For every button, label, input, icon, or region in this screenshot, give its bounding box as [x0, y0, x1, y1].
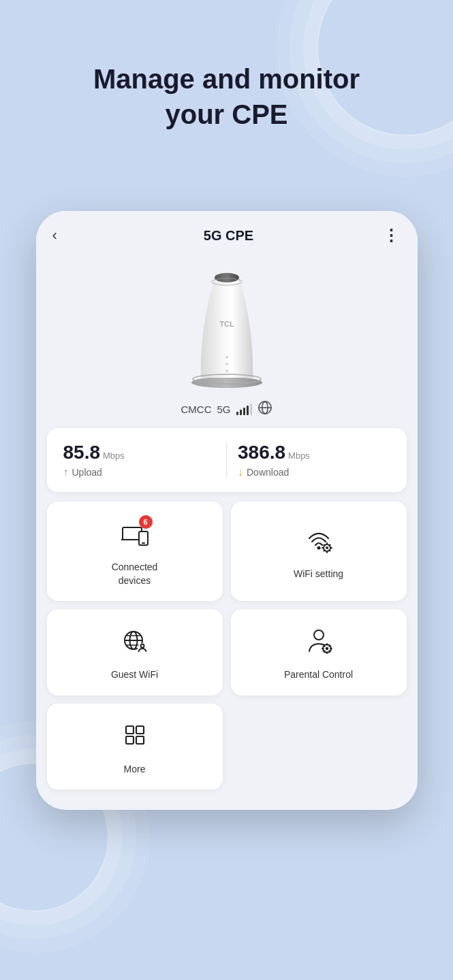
- svg-point-6: [225, 370, 228, 372]
- network-type-label: 5G: [217, 404, 230, 415]
- phone-container: ‹ 5G CPE ⋮: [36, 211, 418, 810]
- download-arrow-icon: ↓: [238, 466, 243, 478]
- svg-point-35: [314, 630, 324, 640]
- download-unit: Mbps: [288, 451, 310, 461]
- parental-control-label: Parental Control: [284, 668, 353, 682]
- wifi-setting-tile[interactable]: WiFi setting: [231, 502, 407, 601]
- upload-label: Upload: [72, 467, 102, 478]
- svg-line-44: [329, 651, 330, 651]
- wifi-setting-icon: [304, 525, 334, 561]
- connected-devices-badge: 6: [139, 515, 153, 529]
- svg-rect-50: [136, 736, 144, 744]
- parental-control-icon: [304, 625, 334, 662]
- svg-point-1: [215, 273, 239, 282]
- upload-speed: 85.8 Mbps ↑ Upload: [63, 442, 216, 478]
- svg-line-45: [329, 646, 330, 647]
- guest-wifi-tile[interactable]: Guest WiFi: [47, 609, 223, 696]
- guest-wifi-icon: [120, 625, 150, 662]
- svg-line-27: [324, 550, 324, 551]
- upload-arrow-icon: ↑: [63, 466, 69, 478]
- device-area: TCL CMCC 5G: [36, 252, 418, 419]
- svg-point-19: [326, 546, 328, 549]
- signal-strength-icon: [236, 404, 252, 415]
- connected-devices-label: Connecteddevices: [112, 561, 158, 587]
- svg-point-17: [317, 546, 320, 549]
- svg-text:TCL: TCL: [219, 320, 234, 328]
- cpe-device-image: TCL: [159, 259, 295, 395]
- svg-point-38: [325, 647, 328, 650]
- svg-rect-48: [136, 726, 144, 734]
- download-speed: 386.8 Mbps ↓ Download: [238, 442, 390, 478]
- tiles-grid: 6 Connecteddevices: [47, 502, 407, 789]
- upload-unit: Mbps: [103, 451, 125, 461]
- globe-icon: [257, 400, 272, 419]
- svg-rect-47: [126, 726, 134, 734]
- speed-panel: 85.8 Mbps ↑ Upload 386.8 Mbps ↓ Download: [47, 428, 407, 492]
- svg-rect-49: [126, 736, 134, 744]
- svg-point-5: [225, 363, 228, 365]
- speed-divider: [226, 443, 227, 477]
- wifi-setting-label: WiFi setting: [294, 568, 343, 581]
- more-icon: [120, 720, 150, 756]
- svg-line-46: [324, 651, 324, 651]
- download-label: Download: [247, 467, 289, 478]
- connected-devices-icon: 6: [120, 518, 150, 554]
- signal-info: CMCC 5G: [181, 400, 272, 419]
- svg-line-24: [324, 544, 324, 545]
- carrier-label: CMCC: [181, 404, 211, 415]
- page-title: 5G CPE: [204, 228, 253, 244]
- header-bar: ‹ 5G CPE ⋮: [36, 211, 418, 252]
- connected-devices-tile[interactable]: 6 Connecteddevices: [47, 502, 223, 601]
- download-value: 386.8: [238, 442, 285, 463]
- parental-control-tile[interactable]: Parental Control: [231, 609, 407, 696]
- more-menu-button[interactable]: ⋮: [383, 226, 401, 245]
- svg-line-43: [324, 646, 324, 647]
- svg-line-25: [329, 550, 330, 551]
- svg-point-4: [225, 356, 228, 359]
- upload-value: 85.8: [63, 442, 101, 463]
- guest-wifi-label: Guest WiFi: [111, 668, 158, 682]
- svg-line-26: [329, 544, 330, 545]
- hero-title: Manage and monitor your CPE: [0, 61, 453, 132]
- more-tile[interactable]: More: [47, 704, 223, 790]
- more-label: More: [124, 763, 146, 777]
- back-button[interactable]: ‹: [52, 227, 74, 244]
